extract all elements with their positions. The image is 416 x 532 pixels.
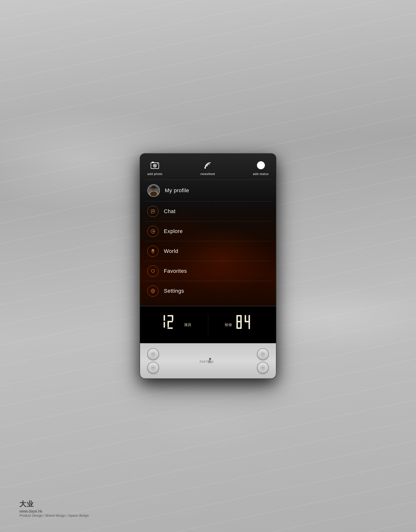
avatar xyxy=(147,184,160,197)
footer-url: www.daye.hk xyxy=(19,509,89,513)
brand-logo: FUJI TECH xyxy=(198,357,218,365)
add-status-button[interactable]: add status xyxy=(253,161,269,176)
svg-rect-41 xyxy=(240,321,242,328)
profile-row[interactable]: My profile xyxy=(140,180,276,201)
menu-item-settings[interactable]: Settings xyxy=(140,281,276,301)
right-display-label: 檢修 xyxy=(225,323,232,327)
svg-point-5 xyxy=(204,167,206,169)
display-divider xyxy=(208,315,208,335)
profile-name: My profile xyxy=(165,187,189,194)
left-down-button[interactable] xyxy=(147,362,159,373)
add-photo-label: add photo xyxy=(147,172,162,176)
svg-point-3 xyxy=(154,165,156,166)
right-control-group xyxy=(250,348,276,373)
newsfeed-button[interactable]: newsfeed xyxy=(200,161,215,176)
svg-point-17 xyxy=(153,211,154,211)
svg-rect-33 xyxy=(168,327,173,329)
left-display-label: 滿員 xyxy=(184,323,191,327)
left-display-number xyxy=(159,314,181,336)
svg-rect-44 xyxy=(245,321,250,322)
settings-label: Settings xyxy=(164,288,184,294)
world-label: World xyxy=(164,248,178,254)
menu-item-chat[interactable]: Chat xyxy=(140,201,276,221)
svg-rect-34 xyxy=(168,321,169,327)
svg-point-46 xyxy=(151,366,155,370)
control-panel: FUJI TECH xyxy=(140,343,276,378)
svg-point-49 xyxy=(261,352,265,356)
favorites-icon-circle xyxy=(147,266,159,277)
newsfeed-icon xyxy=(203,161,213,170)
toolbar: add photo newsfeed xyxy=(140,154,276,180)
footer: 大业 www.daye.hk Product Design / Brand de… xyxy=(19,499,89,517)
explore-icon-circle xyxy=(147,226,159,237)
svg-point-26 xyxy=(152,290,154,292)
svg-point-4 xyxy=(157,163,158,164)
top-panel: add photo newsfeed xyxy=(140,154,276,306)
chat-icon-circle xyxy=(147,206,159,217)
settings-icon-circle xyxy=(147,285,159,297)
svg-point-50 xyxy=(261,366,265,370)
add-photo-icon xyxy=(150,161,160,170)
favorites-label: Favorites xyxy=(164,268,187,274)
svg-point-11 xyxy=(150,191,157,196)
svg-point-47 xyxy=(209,358,211,360)
chat-label: Chat xyxy=(164,208,175,215)
right-up-button[interactable] xyxy=(257,348,269,360)
add-status-icon xyxy=(256,161,266,170)
add-status-label: add status xyxy=(253,172,269,176)
world-icon-circle xyxy=(147,246,159,257)
newsfeed-label: newsfeed xyxy=(200,172,215,176)
svg-point-16 xyxy=(153,211,153,211)
explore-label: Explore xyxy=(164,228,183,234)
svg-rect-31 xyxy=(172,315,173,321)
svg-point-45 xyxy=(151,352,155,356)
bottom-display-panel: 滿員 檢修 xyxy=(140,306,276,343)
add-photo-button[interactable]: add photo xyxy=(147,161,162,176)
menu-list: Chat Expl xyxy=(140,201,276,301)
left-up-button[interactable] xyxy=(147,348,159,360)
right-display: 檢修 xyxy=(211,314,271,336)
svg-rect-1 xyxy=(152,162,154,163)
menu-item-explore[interactable]: Explore xyxy=(140,221,276,241)
menu-item-world[interactable]: World xyxy=(140,241,276,261)
svg-point-15 xyxy=(152,211,152,211)
svg-rect-27 xyxy=(164,315,165,321)
left-control-group xyxy=(140,348,166,373)
footer-tagline: Product Design / Brand design / Space de… xyxy=(19,513,89,517)
svg-rect-28 xyxy=(164,322,165,328)
svg-rect-40 xyxy=(236,321,238,328)
svg-point-25 xyxy=(153,250,153,251)
right-down-button[interactable] xyxy=(257,362,269,373)
device-wrapper: add photo newsfeed xyxy=(140,154,276,378)
left-display: 滿員 xyxy=(145,314,206,336)
svg-rect-38 xyxy=(236,315,238,322)
right-display-number xyxy=(235,314,257,336)
svg-rect-39 xyxy=(240,315,242,322)
svg-text:FUJI TECH: FUJI TECH xyxy=(200,360,214,363)
device: add photo newsfeed xyxy=(140,154,276,378)
footer-brand: 大业 xyxy=(19,499,89,509)
menu-item-favorites[interactable]: Favorites xyxy=(140,261,276,281)
svg-rect-14 xyxy=(152,186,155,188)
